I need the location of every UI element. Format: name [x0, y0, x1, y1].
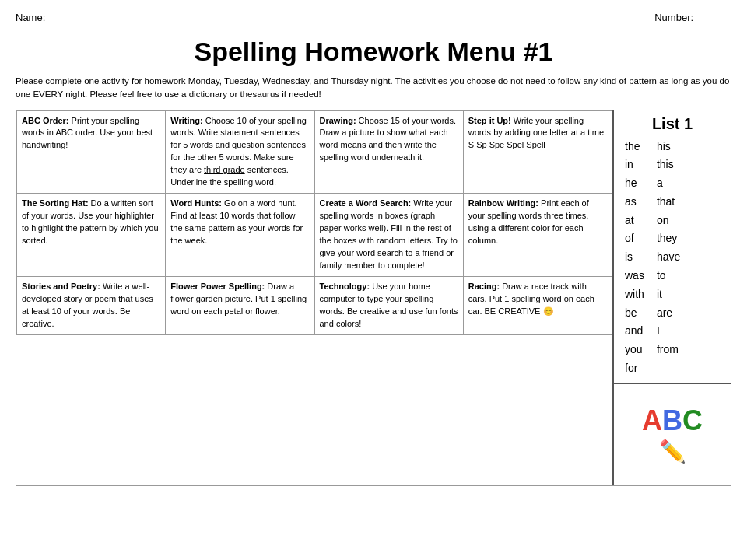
list-word: for — [625, 359, 644, 378]
list-word: to — [657, 267, 680, 285]
list-top: List 1 theinheasatofiswaswithbeandyoufor… — [614, 110, 731, 384]
activity-title: ABC Order: — [22, 116, 69, 125]
activity-cell: Drawing: Choose 15 of your words. Draw a… — [314, 110, 463, 194]
list-bottom: ABC ✏️ — [614, 384, 731, 485]
activity-cell: Technology: Use your home computer to ty… — [314, 276, 463, 334]
list-word: be — [625, 304, 644, 323]
list-word: are — [657, 304, 680, 323]
list-word: in — [625, 156, 644, 174]
list-word: and — [625, 322, 644, 341]
activity-title: Drawing: — [320, 116, 356, 125]
page-title: Spelling Homework Menu #1 — [16, 30, 731, 70]
activity-cell: Writing: Choose 10 of your spelling word… — [166, 110, 314, 194]
list-word: is — [625, 248, 644, 267]
activity-cell: Flower Power Spelling: Draw a flower gar… — [166, 276, 314, 334]
activity-cell: Word Hunts: Go on a word hunt. Find at l… — [166, 194, 314, 277]
activity-title: Technology: — [320, 282, 370, 291]
activity-cell: The Sorting Hat: Do a written sort of yo… — [17, 194, 166, 277]
list-word: I — [657, 322, 680, 341]
list-word: they — [657, 229, 680, 248]
activity-grid: ABC Order: Print your spelling words in … — [16, 110, 614, 485]
activity-cell: Step it Up! Write your spelling words by… — [463, 110, 612, 194]
list-panel: List 1 theinheasatofiswaswithbeandyoufor… — [614, 110, 731, 485]
activity-title: Writing: — [170, 116, 202, 125]
list-word: this — [657, 156, 680, 174]
list-word: with — [625, 285, 644, 304]
list-col-2: histhisathatontheyhavetoitareIfrom — [657, 138, 680, 378]
list-word: his — [657, 138, 680, 156]
list-word: it — [657, 285, 680, 304]
list-word: you — [625, 341, 644, 359]
activity-cell: Create a Word Search: Write your spellin… — [314, 194, 463, 277]
list-word: a — [657, 174, 680, 193]
header: Name:_______________ Number:____ Spellin… — [16, 8, 731, 102]
activity-title: The Sorting Hat: — [22, 198, 89, 208]
activity-cell: Rainbow Writing: Print each of your spel… — [463, 194, 612, 277]
activity-title: Stories and Poetry: — [22, 282, 100, 291]
instructions-text: Please complete one activity for homewor… — [16, 75, 731, 102]
number-label: Number:____ — [654, 12, 716, 23]
list-title: List 1 — [620, 115, 724, 133]
activity-cell: ABC Order: Print your spelling words in … — [17, 110, 166, 194]
activity-title: Create a Word Search: — [320, 198, 412, 208]
list-word: the — [625, 138, 644, 156]
activity-title: Step it Up! — [468, 116, 511, 125]
activity-title: Word Hunts: — [170, 198, 222, 208]
letter-c: C — [682, 404, 703, 436]
letter-b: B — [662, 404, 682, 436]
list-word: as — [625, 193, 644, 212]
list-word: of — [625, 229, 644, 248]
activity-body: Write your spelling words in boxes (grap… — [320, 198, 458, 270]
list-word: was — [625, 267, 644, 285]
pencil-icon: ✏️ — [642, 439, 703, 464]
list-word: on — [657, 212, 680, 230]
list-word: have — [657, 248, 680, 267]
list-word: from — [657, 341, 680, 359]
name-label: Name:_______________ — [16, 12, 130, 23]
list-col-1: theinheasatofiswaswithbeandyoufor — [625, 138, 644, 378]
activity-cell: Racing: Draw a race track with cars. Put… — [463, 276, 612, 334]
abc-logo: ABC — [642, 405, 703, 436]
activity-title: Flower Power Spelling: — [170, 282, 265, 291]
activity-title: Rainbow Writing: — [468, 198, 538, 208]
list-word: at — [625, 212, 644, 230]
list-words: theinheasatofiswaswithbeandyoufor histhi… — [620, 138, 724, 378]
activity-cell: Stories and Poetry: Write a well-develop… — [17, 276, 166, 334]
activity-title: Racing: — [468, 282, 500, 291]
list-word: that — [657, 193, 680, 212]
activity-body: Choose 10 of your spelling words. Write … — [170, 116, 307, 187]
main-content: ABC Order: Print your spelling words in … — [16, 110, 731, 486]
list-word: he — [625, 174, 644, 193]
letter-a: A — [642, 404, 662, 436]
